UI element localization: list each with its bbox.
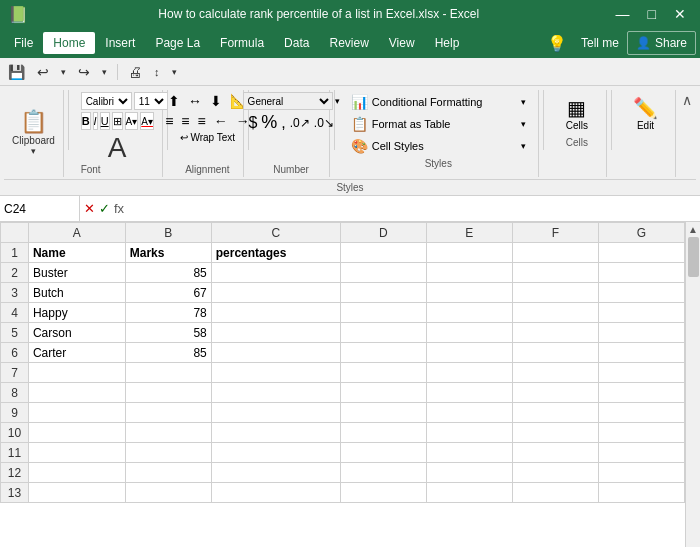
menu-review[interactable]: Review [319,32,378,54]
cell-E9[interactable] [426,403,512,423]
align-center-button[interactable]: ≡ [178,112,192,130]
format-as-table-button[interactable]: 📋 Format as Table ▾ [347,114,530,134]
cell-C6[interactable] [211,343,340,363]
cell-G1[interactable] [598,243,684,263]
indent-decrease-button[interactable]: ← [211,112,231,130]
cell-D9[interactable] [340,403,426,423]
underline-button[interactable]: U [100,112,110,130]
editing-button[interactable]: ✏️ Edit [629,92,662,135]
cell-C3[interactable] [211,283,340,303]
cell-D13[interactable] [340,483,426,503]
cell-C1[interactable]: percentages [211,243,340,263]
cell-D10[interactable] [340,423,426,443]
tell-me-input[interactable]: Tell me [573,32,627,54]
cell-A5[interactable]: Carson [28,323,125,343]
font-color-button[interactable]: A▾ [140,112,154,130]
name-box[interactable] [0,196,80,221]
number-format-select[interactable]: General [243,92,333,110]
increase-decimal-button[interactable]: .0↗ [290,116,310,130]
cell-B9[interactable] [125,403,211,423]
menu-insert[interactable]: Insert [95,32,145,54]
cell-E6[interactable] [426,343,512,363]
col-header-A[interactable]: A [28,223,125,243]
cell-G3[interactable] [598,283,684,303]
cell-E5[interactable] [426,323,512,343]
cell-G13[interactable] [598,483,684,503]
ribbon-collapse-button[interactable]: ∧ [678,90,696,177]
cell-F9[interactable] [512,403,598,423]
cell-D3[interactable] [340,283,426,303]
cell-A11[interactable] [28,443,125,463]
cell-G6[interactable] [598,343,684,363]
confirm-formula-button[interactable]: ✓ [99,201,110,216]
align-top-button[interactable]: ⬆ [165,92,183,110]
cells-button[interactable]: ▦ Cells [562,92,592,135]
cell-A6[interactable]: Carter [28,343,125,363]
menu-formula[interactable]: Formula [210,32,274,54]
cell-D6[interactable] [340,343,426,363]
cell-G8[interactable] [598,383,684,403]
maximize-button[interactable]: □ [642,4,662,24]
cell-E2[interactable] [426,263,512,283]
cell-G7[interactable] [598,363,684,383]
cell-E10[interactable] [426,423,512,443]
col-header-B[interactable]: B [125,223,211,243]
cell-C5[interactable] [211,323,340,343]
function-button[interactable]: fx [114,201,124,216]
cell-F11[interactable] [512,443,598,463]
cell-F1[interactable] [512,243,598,263]
cell-G4[interactable] [598,303,684,323]
decrease-decimal-button[interactable]: .0↘ [314,116,334,130]
cell-F7[interactable] [512,363,598,383]
cell-A9[interactable] [28,403,125,423]
save-button[interactable]: 💾 [4,62,29,82]
print-preview-button[interactable]: 🖨 [124,62,146,82]
align-right-button[interactable]: ≡ [194,112,208,130]
cell-D12[interactable] [340,463,426,483]
wrap-text-button[interactable]: ↩ Wrap Text [180,132,235,143]
cell-B6[interactable]: 85 [125,343,211,363]
clipboard-button[interactable]: 📋 Clipboard ▾ [8,109,59,158]
cell-B7[interactable] [125,363,211,383]
cell-E12[interactable] [426,463,512,483]
menu-view[interactable]: View [379,32,425,54]
cell-F2[interactable] [512,263,598,283]
cell-C10[interactable] [211,423,340,443]
cell-A13[interactable] [28,483,125,503]
percent-button[interactable]: % [261,112,277,133]
cell-B4[interactable]: 78 [125,303,211,323]
cell-G5[interactable] [598,323,684,343]
cell-E7[interactable] [426,363,512,383]
cell-D4[interactable] [340,303,426,323]
fill-color-button[interactable]: A▾ [125,112,139,130]
cell-E13[interactable] [426,483,512,503]
cell-D5[interactable] [340,323,426,343]
redo-dropdown[interactable]: ▾ [98,65,111,79]
qat-more-button[interactable]: ▾ [168,65,181,79]
cell-B2[interactable]: 85 [125,263,211,283]
col-header-G[interactable]: G [598,223,684,243]
col-header-E[interactable]: E [426,223,512,243]
cell-A8[interactable] [28,383,125,403]
cell-F12[interactable] [512,463,598,483]
cell-B12[interactable] [125,463,211,483]
undo-button[interactable]: ↩ [33,62,53,82]
cell-E3[interactable] [426,283,512,303]
comma-button[interactable]: , [281,114,285,132]
cell-F4[interactable] [512,303,598,323]
col-header-C[interactable]: C [211,223,340,243]
cell-B11[interactable] [125,443,211,463]
menu-page-layout[interactable]: Page La [145,32,210,54]
align-bottom-button[interactable]: ⬇ [207,92,225,110]
formula-input[interactable] [128,196,700,221]
menu-help[interactable]: Help [425,32,470,54]
cell-F5[interactable] [512,323,598,343]
cell-F3[interactable] [512,283,598,303]
undo-dropdown[interactable]: ▾ [57,65,70,79]
cell-C7[interactable] [211,363,340,383]
cell-D2[interactable] [340,263,426,283]
cell-A2[interactable]: Buster [28,263,125,283]
share-button[interactable]: 👤 Share [627,31,696,55]
scroll-up-button[interactable]: ▲ [686,222,700,237]
cell-G2[interactable] [598,263,684,283]
